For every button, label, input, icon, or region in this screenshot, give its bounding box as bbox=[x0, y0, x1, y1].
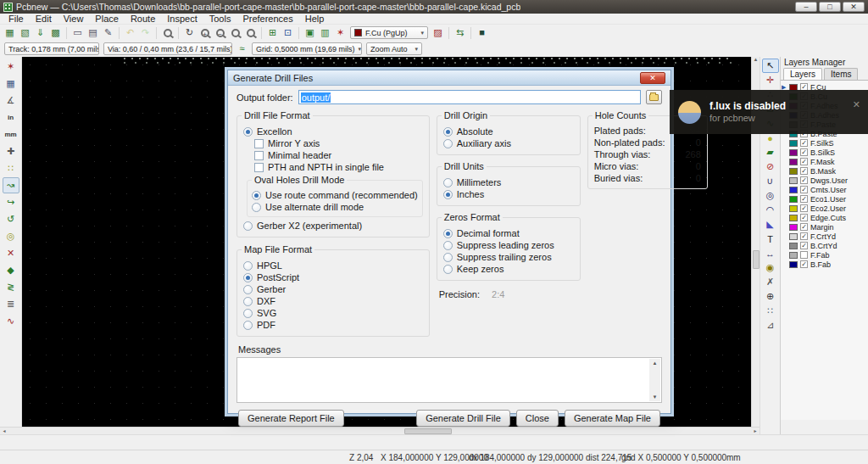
radio-pdf[interactable]: PDF bbox=[243, 320, 423, 330]
page-settings-icon[interactable]: ▭ bbox=[70, 26, 85, 40]
maximize-button[interactable]: □ bbox=[819, 2, 841, 12]
layer-visibility-checkbox[interactable] bbox=[800, 204, 808, 212]
layer-row[interactable]: B.CrtYd bbox=[781, 241, 868, 250]
layer-color-swatch[interactable] bbox=[789, 177, 798, 184]
tab-items[interactable]: Items bbox=[824, 68, 858, 80]
radio-use-alternate-drill-mode[interactable]: Use alternate drill mode bbox=[252, 202, 418, 212]
print-icon[interactable]: ▤ bbox=[86, 26, 100, 40]
three-d-viewer-icon[interactable]: ■ bbox=[475, 26, 489, 40]
close-dialog-button[interactable]: Close bbox=[516, 410, 559, 427]
board-setup-icon[interactable]: ▩ bbox=[48, 26, 63, 40]
pads-sketch-icon[interactable]: ↪ bbox=[3, 194, 19, 210]
high-contrast-icon[interactable]: ◆ bbox=[3, 262, 19, 278]
menu-help[interactable]: Help bbox=[299, 14, 331, 24]
layer-row[interactable]: F.SilkS bbox=[781, 138, 868, 148]
footprint-viewer-icon[interactable]: ⊡ bbox=[281, 26, 295, 40]
notification-close-icon[interactable]: ✕ bbox=[853, 99, 860, 110]
layer-row[interactable]: F.Mask bbox=[781, 157, 868, 166]
horizontal-scrollbar[interactable]: ◂ ▸ bbox=[0, 427, 760, 434]
add-circle-icon[interactable]: ◎ bbox=[762, 188, 779, 203]
menu-file[interactable]: File bbox=[3, 14, 30, 24]
layer-visibility-checkbox[interactable] bbox=[800, 242, 808, 249]
import-icon[interactable]: ▥ bbox=[318, 26, 332, 40]
menu-inspect[interactable]: Inspect bbox=[161, 14, 203, 24]
layer-visibility-checkbox[interactable] bbox=[800, 260, 808, 268]
add-arc-icon[interactable]: ◠ bbox=[762, 203, 779, 217]
layer-row[interactable]: F.CrtYd bbox=[781, 232, 868, 241]
layer-color-swatch[interactable] bbox=[789, 215, 798, 221]
generate-drill-file-button[interactable]: Generate Drill File bbox=[416, 410, 510, 427]
redo-icon[interactable]: ↷ bbox=[138, 26, 153, 40]
radio-svg[interactable]: SVG bbox=[243, 308, 423, 318]
via-size-combo[interactable]: Via: 0,60 / 0,40 mm (23,6 / 15,7 mils) * bbox=[103, 42, 232, 55]
layer-row[interactable]: Eco1.User bbox=[781, 194, 868, 204]
drc-icon[interactable]: ✶ bbox=[333, 26, 348, 40]
layer-color-swatch[interactable] bbox=[789, 140, 798, 147]
radio-auxiliary-axis[interactable]: Auxiliary axis bbox=[443, 138, 574, 148]
radio-decimal-format[interactable]: Decimal format bbox=[443, 228, 574, 238]
layer-row[interactable]: B.Fab bbox=[781, 260, 868, 269]
layer-color-swatch[interactable] bbox=[789, 149, 798, 156]
tab-layers[interactable]: Layers bbox=[783, 68, 822, 80]
highlight-net-icon[interactable]: ✛ bbox=[762, 73, 779, 87]
layer-visibility-checkbox[interactable] bbox=[800, 251, 808, 259]
layers-display-icon[interactable]: ≣ bbox=[3, 296, 19, 312]
radio-gerber-x2[interactable]: Gerber X2 (experimental) bbox=[243, 221, 423, 231]
plot-icon[interactable]: ✎ bbox=[101, 26, 115, 40]
radio-millimeters[interactable]: Millimeters bbox=[443, 177, 574, 187]
footprint-editor-icon[interactable]: ⊞ bbox=[265, 26, 280, 40]
layer-color-swatch[interactable] bbox=[789, 187, 798, 193]
delete-tool-icon[interactable]: ✗ bbox=[762, 275, 779, 289]
grid-origin-icon[interactable]: ∷ bbox=[762, 304, 779, 318]
zoom-in-icon[interactable]: + bbox=[198, 26, 212, 40]
menu-route[interactable]: Route bbox=[125, 14, 161, 24]
net-highlight-icon[interactable]: ≷ bbox=[3, 279, 19, 295]
messages-textarea[interactable]: ▲▼ bbox=[236, 357, 662, 403]
horizontal-scroll-thumb[interactable] bbox=[404, 428, 452, 434]
add-graphic-line-icon[interactable]: ∪ bbox=[762, 174, 779, 188]
units-mm-icon[interactable]: mm bbox=[3, 126, 19, 143]
dialog-close-button[interactable]: ✕ bbox=[640, 72, 665, 84]
layer-color-swatch[interactable] bbox=[789, 159, 798, 165]
highlight-icon[interactable]: ▨ bbox=[431, 26, 445, 40]
add-dimension-icon[interactable]: ↔ bbox=[762, 246, 779, 260]
menu-edit[interactable]: Edit bbox=[30, 14, 58, 24]
layer-alignment-target-icon[interactable]: ◉ bbox=[762, 260, 779, 275]
zoom-out-icon[interactable]: − bbox=[213, 26, 227, 40]
layer-color-swatch[interactable] bbox=[789, 243, 798, 249]
radio-use-route-command[interactable]: Use route command (recommended) bbox=[252, 190, 418, 200]
vertical-scroll-thumb[interactable] bbox=[753, 250, 760, 269]
open-board-icon[interactable]: ▧ bbox=[18, 26, 32, 40]
layer-visibility-checkbox[interactable] bbox=[800, 148, 808, 156]
zoom-fit-icon[interactable] bbox=[228, 26, 242, 40]
scroll-right-arrow[interactable]: ▸ bbox=[751, 428, 760, 434]
radio-suppress-leading-zeros[interactable]: Suppress leading zeros bbox=[443, 240, 574, 250]
update-pcb-icon[interactable]: ▣ bbox=[303, 26, 317, 40]
exchange-icon[interactable]: ⇆ bbox=[453, 26, 467, 40]
layer-select-combo[interactable]: F.Cu (PgUp) bbox=[350, 26, 428, 39]
close-button[interactable]: ✕ bbox=[843, 2, 865, 12]
menu-place[interactable]: Place bbox=[89, 14, 125, 24]
radio-gerber[interactable]: Gerber bbox=[243, 284, 423, 294]
generate-map-file-button[interactable]: Generate Map File bbox=[565, 410, 660, 427]
units-inches-icon[interactable]: in bbox=[3, 109, 19, 126]
track-width-combo[interactable]: Track: 0,178 mm (7,00 mils) * bbox=[4, 42, 99, 55]
scroll-left-arrow[interactable]: ◂ bbox=[0, 428, 8, 434]
refresh-icon[interactable]: ↻ bbox=[182, 26, 197, 40]
via-display-icon[interactable]: ◎ bbox=[3, 228, 19, 244]
drill-origin-icon[interactable]: ⊕ bbox=[762, 289, 779, 304]
layer-visibility-checkbox[interactable] bbox=[800, 167, 808, 175]
layer-color-swatch[interactable] bbox=[789, 196, 798, 203]
microwave-tools-icon[interactable]: ∿ bbox=[3, 313, 19, 329]
layer-row[interactable]: Margin bbox=[781, 222, 868, 232]
vias-sketch-icon[interactable]: ↺ bbox=[3, 211, 19, 227]
dialog-titlebar[interactable]: Generate Drill Files ✕ bbox=[228, 70, 670, 86]
grid-visibility-icon[interactable]: ▦ bbox=[3, 75, 19, 92]
output-folder-input[interactable]: output/ bbox=[298, 90, 641, 104]
radio-hpgl[interactable]: HPGL bbox=[243, 260, 423, 271]
scroll-up-arrow[interactable]: ▲ bbox=[754, 57, 759, 62]
layer-visibility-checkbox[interactable] bbox=[800, 214, 808, 221]
generate-report-file-button[interactable]: Generate Report File bbox=[238, 410, 344, 427]
layer-visibility-checkbox[interactable] bbox=[800, 195, 808, 203]
layer-visibility-checkbox[interactable] bbox=[800, 186, 808, 193]
